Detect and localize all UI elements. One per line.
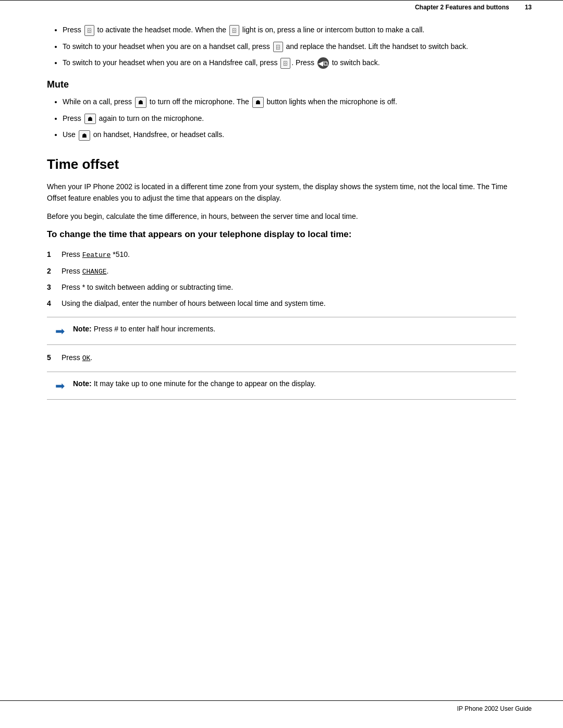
step-1: 1 Press Feature *510.: [47, 249, 516, 261]
step-4-text: Using the dialpad, enter the number of h…: [62, 298, 326, 309]
headset-bullet-3-text: To switch to your headset when you are o…: [63, 58, 380, 67]
mute-icon-1a: ☗: [135, 97, 146, 108]
mute-bullet-1: While on a call, press ☗ to turn off the…: [63, 96, 516, 108]
note-2-label: Note:: [73, 379, 92, 388]
change-key: CHANGE: [82, 268, 107, 276]
headset-bullet-3: To switch to your headset when you are o…: [63, 57, 516, 69]
step-3-text: Press * to switch between adding or subt…: [62, 282, 233, 293]
speaker-icon: ◀⧉: [317, 57, 329, 69]
step-5-text: Press OK.: [62, 352, 92, 364]
mute-heading: Mute: [47, 79, 516, 90]
headset-bullet-1: Press ⌹ to activate the headset mode. Wh…: [63, 24, 516, 36]
mute-section: Mute While on a call, press ☗ to turn of…: [47, 79, 516, 141]
step-1-num: 1: [47, 249, 62, 261]
time-offset-intro2: Before you begin, calculate the time dif…: [47, 211, 516, 222]
page-footer: IP Phone 2002 User Guide: [0, 700, 563, 712]
mute-bullet-2: Press ☗ again to turn on the microphone.: [63, 113, 516, 125]
time-offset-section: Time offset When your IP Phone 2002 is l…: [47, 156, 516, 399]
headset-icon-2: ⌹: [273, 42, 283, 53]
note-box-1: ➡ Note: Press # to enter half hour incre…: [47, 317, 516, 345]
headset-bullet-1-text: Press ⌹ to activate the headset mode. Wh…: [63, 26, 424, 34]
note-arrow-icon-1: ➡: [55, 325, 65, 338]
step-5: 5 Press OK.: [47, 352, 516, 364]
step-2-text: Press CHANGE.: [62, 266, 108, 277]
mute-bullet-3: Use ☗ on handset, Handsfree, or headset …: [63, 129, 516, 141]
footer-text: IP Phone 2002 User Guide: [457, 705, 532, 712]
step-1-text: Press Feature *510.: [62, 249, 130, 261]
note-arrow-icon-2: ➡: [55, 379, 65, 393]
headset-bullet-list: Press ⌹ to activate the headset mode. Wh…: [47, 24, 516, 69]
step-2-num: 2: [47, 266, 62, 277]
page-header: Chapter 2 Features and buttons 13: [0, 0, 563, 14]
page: Chapter 2 Features and buttons 13 Press …: [0, 0, 563, 728]
mute-icon-3: ☗: [79, 130, 90, 141]
mute-bullet-2-text: Press ☗ again to turn on the microphone.: [63, 114, 204, 122]
headset-bullet-2: To switch to your headset when you are o…: [63, 41, 516, 53]
mute-bullet-1-text: While on a call, press ☗ to turn off the…: [63, 97, 397, 106]
step-5-list: 5 Press OK.: [47, 352, 516, 364]
note-2-text: Note: It may take up to one minute for t…: [73, 378, 316, 389]
step-5-num: 5: [47, 352, 62, 364]
header-page-number: 13: [525, 4, 532, 11]
time-offset-intro1: When your IP Phone 2002 is located in a …: [47, 181, 516, 204]
steps-list: 1 Press Feature *510. 2 Press CHANGE. 3 …: [47, 249, 516, 309]
headset-bullet-2-text: To switch to your headset when you are o…: [63, 42, 468, 51]
step-2: 2 Press CHANGE.: [47, 266, 516, 277]
page-content: Press ⌹ to activate the headset mode. Wh…: [0, 24, 563, 449]
ok-key: OK: [82, 354, 91, 362]
step-4: 4 Using the dialpad, enter the number of…: [47, 298, 516, 309]
mute-icon-1b: ☗: [252, 97, 264, 108]
header-chapter: Chapter 2 Features and buttons: [415, 4, 509, 11]
mute-bullet-list: While on a call, press ☗ to turn off the…: [47, 96, 516, 141]
headset-bullet-section: Press ⌹ to activate the headset mode. Wh…: [47, 24, 516, 69]
note-1-text: Note: Press # to enter half hour increme…: [73, 324, 215, 335]
mute-bullet-3-text: Use ☗ on handset, Handsfree, or headset …: [63, 130, 224, 139]
headset-icon-1a: ⌹: [84, 25, 94, 36]
step-3-num: 3: [47, 282, 62, 293]
feature-key: Feature: [82, 251, 111, 259]
step-3: 3 Press * to switch between adding or su…: [47, 282, 516, 293]
note-1-label: Note:: [73, 325, 92, 333]
note-box-2: ➡ Note: It may take up to one minute for…: [47, 372, 516, 400]
time-offset-heading: Time offset: [47, 156, 516, 172]
headset-icon-1b: ⌹: [229, 25, 239, 36]
mute-icon-2: ☗: [84, 114, 96, 125]
headset-icon-3a: ⌹: [280, 58, 290, 69]
step-4-num: 4: [47, 298, 62, 309]
time-offset-subheading: To change the time that appears on your …: [47, 228, 516, 241]
